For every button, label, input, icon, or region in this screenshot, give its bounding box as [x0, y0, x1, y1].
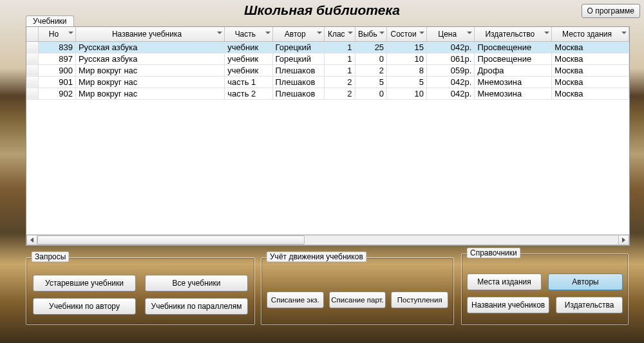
btn-outdated-textbooks[interactable]: Устаревшие учебники — [33, 275, 136, 292]
btn-all-textbooks[interactable]: Все учебники — [145, 275, 248, 292]
cell-out[interactable]: 25 — [355, 41, 387, 53]
cell-price[interactable]: 059р. — [427, 64, 475, 76]
cell-publisher[interactable]: Мнемозина — [475, 88, 552, 99]
cell-part[interactable]: часть 2 — [225, 88, 272, 99]
cell-place[interactable]: Москва — [552, 53, 629, 64]
btn-textbooks-by-author[interactable]: Учебники по автору — [33, 298, 136, 315]
cell-title[interactable]: Мир вокруг нас — [75, 88, 224, 99]
cell-title[interactable]: Мир вокруг нас — [75, 76, 224, 88]
cell-status[interactable]: 8 — [387, 64, 427, 76]
btn-places[interactable]: Места издания — [467, 273, 542, 290]
cell-grade[interactable]: 2 — [325, 76, 355, 88]
cell-author[interactable]: Плешаков — [272, 76, 325, 88]
column-header[interactable]: Название учебника — [75, 27, 224, 41]
dropdown-icon[interactable] — [265, 32, 270, 37]
horizontal-scrollbar[interactable] — [26, 234, 629, 245]
scroll-thumb[interactable] — [37, 236, 305, 245]
scroll-right-button[interactable] — [618, 235, 629, 245]
column-header[interactable]: Клас — [325, 27, 355, 41]
cell-publisher[interactable]: Дрофа — [475, 64, 552, 76]
cell-part[interactable]: учебник — [225, 64, 272, 76]
cell-id[interactable]: 839 — [39, 41, 76, 53]
cell-grade[interactable]: 2 — [325, 88, 355, 99]
cell-author[interactable]: Горецкий — [272, 41, 325, 53]
column-header[interactable]: Часть — [225, 27, 272, 41]
cell-out[interactable]: 0 — [355, 53, 387, 64]
dropdown-icon[interactable] — [68, 32, 73, 37]
column-header[interactable]: Место здания — [552, 27, 629, 41]
cell-author[interactable]: Плешаков — [272, 88, 325, 99]
cell-part[interactable]: учебник — [225, 53, 272, 64]
dropdown-icon[interactable] — [379, 32, 384, 37]
dropdown-icon[interactable] — [317, 32, 322, 37]
cell-grade[interactable]: 1 — [325, 41, 355, 53]
dropdown-icon[interactable] — [467, 32, 472, 37]
cell-price[interactable]: 042р. — [427, 76, 475, 88]
scroll-left-button[interactable] — [26, 235, 37, 245]
dropdown-icon[interactable] — [419, 32, 424, 37]
cell-out[interactable]: 0 — [355, 88, 387, 99]
cell-grade[interactable]: 1 — [325, 64, 355, 76]
row-selector-header[interactable] — [26, 27, 39, 41]
cell-grade[interactable]: 1 — [325, 53, 355, 64]
dropdown-icon[interactable] — [621, 32, 627, 37]
cell-out[interactable]: 5 — [355, 76, 387, 88]
table-row[interactable]: 901Мир вокруг насчасть 1Плешаков255042р.… — [26, 76, 629, 88]
cell-id[interactable]: 900 — [39, 64, 76, 76]
cell-status[interactable]: 5 — [387, 76, 427, 88]
btn-publishers[interactable]: Издательства — [556, 297, 623, 313]
cell-out[interactable]: 2 — [355, 64, 387, 76]
cell-price[interactable]: 061р. — [427, 53, 475, 64]
row-selector-cell[interactable] — [26, 41, 39, 53]
cell-publisher[interactable]: Просвещение — [475, 53, 552, 64]
column-header[interactable]: Но — [39, 27, 76, 41]
data-grid[interactable]: НоНазвание учебникаЧастьАвторКласВыбьСос… — [26, 26, 630, 246]
about-button[interactable]: О программе — [582, 4, 640, 18]
dropdown-icon[interactable] — [217, 32, 222, 37]
row-selector-cell[interactable] — [26, 53, 39, 64]
btn-textbook-names[interactable]: Названия учебников — [467, 297, 549, 313]
cell-id[interactable]: 897 — [39, 53, 76, 64]
btn-textbooks-by-parallel[interactable]: Учебники по параллелям — [145, 298, 248, 315]
column-header[interactable]: Выбь — [355, 27, 387, 41]
row-selector-cell[interactable] — [26, 88, 39, 99]
cell-id[interactable]: 901 — [39, 76, 76, 88]
table-row[interactable]: 902Мир вокруг насчасть 2Плешаков2010042р… — [26, 88, 629, 99]
dropdown-icon[interactable] — [544, 32, 549, 37]
btn-writeoff-copies[interactable]: Списание экз. — [267, 292, 324, 308]
cell-price[interactable]: 042р. — [427, 88, 475, 99]
table-row[interactable]: 897Русская азбукаучебникГорецкий1010061р… — [26, 53, 629, 64]
column-header[interactable]: Автор — [272, 27, 325, 41]
cell-part[interactable]: учебник — [225, 41, 272, 53]
dropdown-icon[interactable] — [348, 32, 353, 37]
row-selector-cell[interactable] — [26, 76, 39, 88]
cell-place[interactable]: Москва — [552, 41, 629, 53]
cell-place[interactable]: Москва — [552, 76, 629, 88]
cell-price[interactable]: 042р. — [427, 41, 475, 53]
btn-income[interactable]: Поступления — [391, 292, 448, 308]
cell-author[interactable]: Горецкий — [272, 53, 325, 64]
cell-publisher[interactable]: Просвещение — [475, 41, 552, 53]
btn-writeoff-batch[interactable]: Списание парт. — [329, 292, 386, 308]
column-header[interactable]: Состои — [387, 27, 427, 41]
cell-place[interactable]: Москва — [552, 88, 629, 99]
column-header[interactable]: Цена — [427, 27, 475, 41]
cell-id[interactable]: 902 — [39, 88, 76, 99]
cell-status[interactable]: 15 — [387, 41, 427, 53]
table-row[interactable]: 839Русская азбукаучебникГорецкий12515042… — [26, 41, 629, 53]
scroll-track[interactable] — [37, 235, 618, 245]
cell-title[interactable]: Русская азбука — [75, 41, 224, 53]
cell-place[interactable]: Москва — [552, 64, 629, 76]
cell-title[interactable]: Мир вокруг нас — [75, 64, 224, 76]
cell-status[interactable]: 10 — [387, 88, 427, 99]
cell-title[interactable]: Русская азбука — [75, 53, 224, 64]
row-selector-cell[interactable] — [26, 64, 39, 76]
tab-textbooks[interactable]: Учебники — [26, 15, 74, 27]
cell-publisher[interactable]: Мнемозина — [475, 76, 552, 88]
column-header[interactable]: Издательство — [475, 27, 552, 41]
cell-part[interactable]: часть 1 — [225, 76, 272, 88]
cell-status[interactable]: 10 — [387, 53, 427, 64]
btn-authors[interactable]: Авторы — [548, 273, 623, 290]
table-row[interactable]: 900Мир вокруг насучебникПлешаков128059р.… — [26, 64, 629, 76]
cell-author[interactable]: Плешаков — [272, 64, 325, 76]
